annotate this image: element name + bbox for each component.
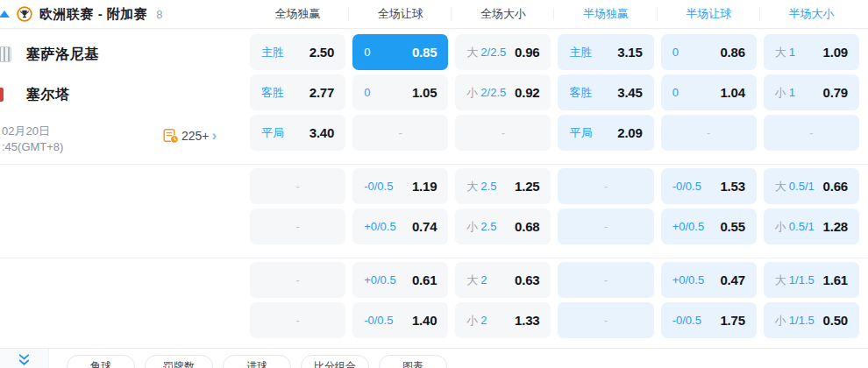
market-chip-4[interactable]: 图表 bbox=[379, 355, 447, 368]
more-markets-link[interactable]: 225+ › bbox=[163, 128, 217, 144]
dash-placeholder: - bbox=[399, 126, 402, 139]
odds-cell[interactable]: 01.05 bbox=[352, 74, 448, 110]
odds-cell[interactable]: 小2.50.68 bbox=[455, 209, 551, 244]
odds-cell-value: 2.50 bbox=[309, 45, 334, 60]
odds-cell-value: 0.55 bbox=[720, 219, 744, 234]
odds-cell[interactable]: 主胜3.15 bbox=[558, 34, 653, 70]
odds-cell-label: -0/0.5 bbox=[364, 180, 393, 193]
odds-cell[interactable]: -0/0.51.53 bbox=[661, 168, 757, 204]
odds-cell-value: 2.77 bbox=[309, 85, 334, 100]
markets-list-icon bbox=[163, 128, 179, 144]
odds-cell-label: 小1/1.5 bbox=[775, 313, 815, 329]
odds-cell[interactable]: 平局2.09 bbox=[558, 115, 653, 151]
odds-cell-value: 1.09 bbox=[823, 45, 848, 60]
odds-cell-value: 0.47 bbox=[720, 272, 744, 287]
odds-cell[interactable]: -0/0.51.75 bbox=[661, 302, 757, 338]
odds-cell[interactable]: 01.04 bbox=[661, 74, 757, 110]
chevron-right-icon: › bbox=[212, 130, 217, 142]
over-under-prefix: 大 bbox=[466, 180, 478, 193]
collapse-panel-button[interactable] bbox=[0, 349, 49, 368]
market-chip-1[interactable]: 罚牌数 bbox=[145, 355, 213, 368]
over-under-prefix: 大 bbox=[775, 273, 786, 287]
odds-cell[interactable]: 小0.5/11.28 bbox=[764, 209, 859, 244]
over-under-prefix: 小 bbox=[466, 314, 478, 327]
market-chip-3[interactable]: 比分组合 bbox=[301, 355, 369, 368]
collapse-triangle-icon[interactable] bbox=[0, 11, 10, 18]
column-header-0[interactable]: 全场独赢 bbox=[250, 7, 345, 21]
column-header-2[interactable]: 全场大小 bbox=[455, 7, 551, 21]
odds-cell-label: +0/0.5 bbox=[364, 220, 396, 233]
odds-cell-empty: - bbox=[558, 262, 653, 298]
odds-cell-value: 2.09 bbox=[617, 125, 642, 140]
odds-cell[interactable]: 大2/2.50.96 bbox=[455, 34, 551, 70]
odds-cell[interactable]: 主胜2.50 bbox=[250, 34, 345, 70]
odds-cell-value: 1.04 bbox=[720, 85, 744, 100]
odds-cell-label: 大2 bbox=[466, 272, 487, 288]
odds-cell[interactable]: 00.85 bbox=[352, 34, 448, 70]
over-under-prefix: 小 bbox=[466, 220, 478, 233]
odds-cell-label: +0/0.5 bbox=[672, 273, 705, 287]
odds-cell[interactable]: 小21.33 bbox=[455, 302, 551, 338]
odds-cell[interactable]: +0/0.50.55 bbox=[661, 209, 757, 244]
odds-cell[interactable]: 客胜3.45 bbox=[558, 74, 653, 110]
odds-cell-label: 0 bbox=[364, 86, 370, 99]
odds-cell-value: 0.50 bbox=[823, 313, 848, 328]
dash-placeholder: - bbox=[295, 180, 299, 193]
odds-cell-label: +0/0.5 bbox=[364, 273, 396, 287]
odds-cell-value: 0.66 bbox=[823, 179, 848, 194]
odds-cell-label: 小0.5/1 bbox=[775, 219, 815, 235]
over-under-prefix: 大 bbox=[466, 46, 478, 59]
odds-cell-value: 0.96 bbox=[515, 45, 539, 60]
odds-cell-empty: - bbox=[558, 209, 653, 244]
over-under-prefix: 小 bbox=[466, 86, 478, 99]
odds-cell-value: 3.40 bbox=[309, 125, 334, 140]
odds-cell-label: 客胜 bbox=[261, 85, 284, 101]
odds-cell-value: 1.25 bbox=[515, 179, 539, 194]
column-header-3[interactable]: 半场独赢 bbox=[558, 7, 653, 21]
odds-grid: 主胜2.5000.85大2/2.50.96主胜3.1500.86大11.09客胜… bbox=[250, 34, 868, 356]
odds-cell[interactable]: -0/0.51.40 bbox=[352, 302, 448, 338]
odds-cell-empty: - bbox=[352, 115, 448, 151]
odds-cell[interactable]: 小1/1.50.50 bbox=[764, 302, 859, 338]
odds-cell[interactable]: +0/0.50.47 bbox=[661, 262, 757, 298]
odds-cell-value: 1.61 bbox=[823, 272, 848, 287]
odds-cell[interactable]: 大11.09 bbox=[764, 34, 859, 70]
league-title: 欧洲联赛 - 附加赛 bbox=[39, 6, 147, 23]
market-chip-2[interactable]: 进球 bbox=[223, 355, 291, 368]
dash-placeholder: - bbox=[809, 126, 813, 139]
odds-cell[interactable]: 客胜2.77 bbox=[250, 74, 345, 110]
odds-group-2: -+0/0.50.61大20.63-+0/0.50.47大1/1.51.61--… bbox=[250, 262, 859, 338]
odds-cell[interactable]: 小10.79 bbox=[764, 74, 859, 110]
odds-cell[interactable]: 大20.63 bbox=[455, 262, 551, 298]
odds-cell-label: 平局 bbox=[569, 125, 592, 141]
odds-cell-value: 0.61 bbox=[412, 272, 437, 287]
home-team-crest-icon bbox=[0, 46, 11, 62]
away-team-name: 塞尔塔 bbox=[26, 86, 70, 104]
dash-placeholder: - bbox=[604, 220, 608, 233]
odds-cell[interactable]: +0/0.50.74 bbox=[352, 209, 448, 244]
odds-cell[interactable]: 00.86 bbox=[661, 34, 757, 70]
odds-cell-empty: - bbox=[250, 168, 345, 204]
odds-cell[interactable]: 大1/1.51.61 bbox=[764, 262, 859, 298]
odds-cell-value: 1.53 bbox=[720, 179, 744, 194]
odds-cell-label: 大1/1.5 bbox=[775, 272, 815, 288]
odds-cell-label: 大0.5/1 bbox=[775, 179, 815, 195]
away-team-crest-icon bbox=[0, 88, 4, 102]
odds-cell[interactable]: 平局3.40 bbox=[250, 115, 345, 151]
odds-cell[interactable]: 大0.5/10.66 bbox=[764, 168, 859, 204]
column-header-1[interactable]: 全场让球 bbox=[352, 7, 448, 21]
column-header-5[interactable]: 半场大小 bbox=[764, 7, 859, 21]
odds-cell-label: 大1 bbox=[775, 45, 795, 60]
odds-cell-empty: - bbox=[764, 115, 859, 151]
column-header-4[interactable]: 半场让球 bbox=[661, 7, 757, 21]
odds-cell[interactable]: 大2.51.25 bbox=[455, 168, 551, 204]
over-under-prefix: 小 bbox=[775, 314, 786, 327]
odds-cell[interactable]: +0/0.50.61 bbox=[352, 262, 448, 298]
odds-cell[interactable]: 小2/2.50.92 bbox=[455, 74, 551, 110]
odds-cell-value: 1.05 bbox=[412, 85, 437, 100]
odds-cell-label: 主胜 bbox=[261, 45, 284, 60]
odds-cell-label: 大2.5 bbox=[466, 179, 496, 195]
odds-cell[interactable]: -0/0.51.19 bbox=[352, 168, 448, 204]
market-chip-0[interactable]: 角球 bbox=[67, 355, 135, 368]
odds-cell-label: 0 bbox=[672, 46, 679, 59]
